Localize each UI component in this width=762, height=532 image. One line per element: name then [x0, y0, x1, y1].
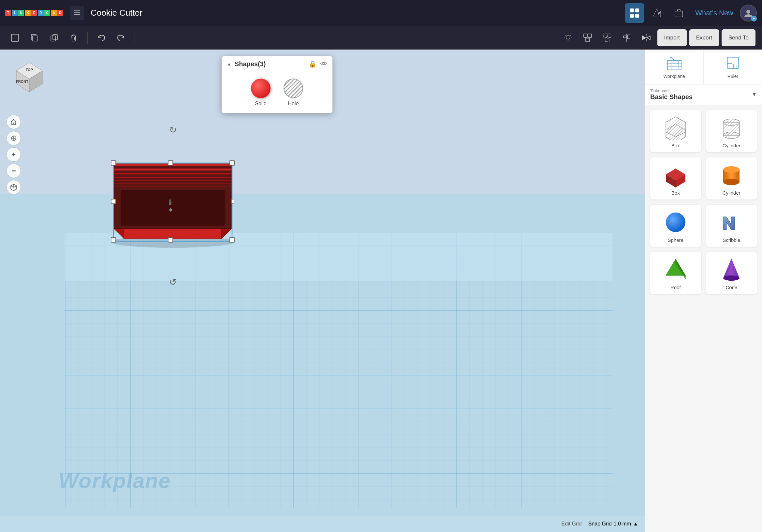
solid-option[interactable]: Solid — [251, 79, 270, 107]
workplane-label: Workplane — [59, 469, 171, 493]
svg-point-9 — [746, 10, 750, 14]
whats-new-button[interactable]: What's New — [691, 6, 737, 20]
roof-label: Roof — [670, 284, 681, 290]
align-button[interactable] — [618, 29, 635, 46]
svg-rect-71 — [168, 161, 173, 165]
zoom-out-button[interactable]: − — [7, 164, 21, 178]
main: Workplane TOP FRONT — [0, 49, 762, 532]
svg-point-99 — [723, 132, 739, 138]
zoom-in-button[interactable]: + — [7, 147, 21, 162]
svg-point-98 — [723, 119, 739, 125]
snap-grid-indicator: Snap Grid 1.0 mm ▲ — [588, 521, 638, 527]
shapes-panel-title: Shapes(3) — [235, 60, 305, 68]
workplane-tool[interactable]: Workplane — [645, 49, 704, 84]
new-workplane-button[interactable] — [7, 29, 24, 46]
shapes-category-selector[interactable]: Tinkercad Basic Shapes ▼ — [645, 84, 762, 105]
svg-rect-22 — [584, 34, 587, 38]
shape-card-sphere[interactable]: Sphere — [650, 205, 701, 247]
duplicate-button[interactable] — [45, 29, 63, 46]
rotate-handle-bottom[interactable]: ↺ — [169, 277, 177, 287]
panel-collapse-button[interactable]: ▲ — [227, 61, 231, 66]
logo-t: T — [5, 10, 11, 16]
hole-label: Hole — [288, 101, 299, 107]
svg-point-111 — [723, 275, 739, 281]
shape-card-roof[interactable]: Roof — [650, 252, 701, 294]
svg-rect-64 — [169, 202, 172, 205]
grid-view-button[interactable] — [625, 3, 644, 23]
send-to-button[interactable]: Send To — [722, 29, 755, 46]
briefcase-button[interactable] — [669, 3, 689, 23]
redo-button[interactable] — [113, 29, 129, 46]
build-button[interactable] — [647, 3, 666, 23]
svg-point-16 — [566, 35, 570, 39]
svg-rect-1 — [74, 12, 80, 13]
navbar: T I N K E R C A D Cookie Cutter — [0, 0, 762, 26]
project-menu-icon[interactable] — [70, 6, 84, 20]
view-cube[interactable]: TOP FRONT — [10, 56, 49, 108]
project-title: Cookie Cutter — [91, 8, 142, 18]
svg-rect-3 — [630, 9, 634, 12]
svg-point-105 — [723, 179, 739, 185]
ruler-tool[interactable]: Ruler — [704, 49, 762, 84]
svg-rect-67 — [111, 161, 116, 165]
ruler-tool-label: Ruler — [727, 74, 738, 79]
undo-button[interactable] — [93, 29, 110, 46]
toolbar-divider-1 — [87, 32, 88, 44]
ungroup-button[interactable] — [599, 29, 616, 46]
panel-lock-button[interactable]: 🔒 — [309, 60, 317, 68]
category-dropdown-arrow[interactable]: ▼ — [752, 92, 757, 98]
svg-rect-77 — [667, 60, 681, 70]
svg-point-104 — [723, 166, 739, 173]
svg-rect-10 — [11, 34, 19, 41]
delete-button[interactable] — [65, 29, 82, 46]
cylinder-solid-label: Cylinder — [723, 190, 740, 195]
right-tools: Workplane Ruler — [645, 49, 762, 84]
shape-card-cylinder-wireframe[interactable]: Cylinder — [706, 110, 757, 152]
copy-button[interactable] — [26, 29, 43, 46]
home-view-button[interactable] — [7, 115, 21, 129]
viewport[interactable]: Workplane TOP FRONT — [0, 49, 645, 532]
cone-img — [718, 256, 744, 282]
shape-card-box-wireframe[interactable]: Box — [650, 110, 701, 152]
toolbar: Import Export Send To — [0, 26, 762, 49]
panel-eye-button[interactable] — [320, 60, 327, 68]
svg-rect-70 — [230, 238, 234, 242]
svg-marker-107 — [723, 217, 735, 230]
solid-icon — [251, 79, 270, 98]
svg-rect-27 — [605, 38, 609, 42]
svg-text:TOP: TOP — [26, 68, 33, 72]
svg-rect-72 — [168, 238, 173, 242]
shapes-panel-header: ▲ Shapes(3) 🔒 — [222, 56, 333, 72]
svg-rect-26 — [608, 34, 611, 38]
svg-rect-69 — [111, 238, 116, 242]
toolbar-right: Import Export Send To — [560, 29, 755, 46]
light-toggle-button[interactable] — [560, 29, 576, 46]
svg-rect-6 — [635, 14, 639, 18]
object-3d[interactable]: ↻ — [95, 138, 251, 274]
fit-view-button[interactable] — [7, 131, 21, 145]
cylinder-wireframe-img — [718, 114, 744, 140]
shape-card-scribble[interactable]: Scribble — [706, 205, 757, 247]
svg-rect-11 — [33, 36, 38, 41]
export-button[interactable]: Export — [689, 29, 719, 46]
svg-rect-12 — [51, 36, 55, 41]
3d-view-button[interactable] — [7, 180, 21, 194]
mirror-button[interactable] — [638, 29, 655, 46]
right-panel: Workplane Ruler — [645, 49, 762, 532]
user-avatar[interactable]: + — [740, 5, 757, 22]
svg-marker-52 — [114, 229, 231, 239]
svg-rect-74 — [231, 199, 234, 204]
hole-option[interactable]: Hole — [283, 79, 303, 107]
group-button[interactable] — [579, 29, 596, 46]
shape-card-cone[interactable]: Cone — [706, 252, 757, 294]
shape-card-cylinder-solid[interactable]: Cylinder — [706, 157, 757, 199]
edit-grid-button[interactable]: Edit Grid — [562, 521, 582, 527]
shape-card-box-solid[interactable]: Box — [650, 157, 701, 199]
rotate-handle-top[interactable]: ↻ — [169, 124, 177, 135]
tinkercad-logo[interactable]: T I N K E R C A D — [5, 10, 63, 16]
import-button[interactable]: Import — [657, 29, 687, 46]
snap-arrow[interactable]: ▲ — [633, 521, 638, 527]
svg-rect-23 — [588, 34, 591, 38]
shapes-grid: Box Cylinder — [645, 105, 762, 299]
roof-img — [662, 256, 689, 282]
